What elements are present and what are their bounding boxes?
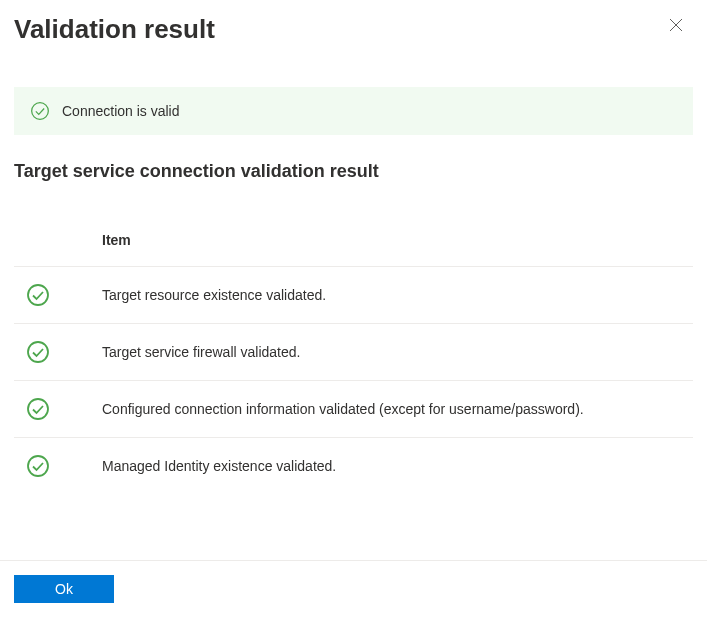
svg-point-2 — [32, 103, 49, 120]
svg-point-5 — [28, 399, 48, 419]
table-row: Target service firewall validated. — [14, 323, 693, 380]
close-button[interactable] — [665, 14, 687, 39]
check-circle-icon — [26, 397, 50, 421]
validation-table: Item Target resource existence validated… — [14, 232, 693, 494]
table-row: Configured connection information valida… — [14, 380, 693, 437]
check-circle-icon — [26, 454, 50, 478]
close-icon — [669, 18, 683, 35]
dialog-footer: Ok — [0, 560, 707, 617]
check-circle-icon — [26, 340, 50, 364]
svg-point-6 — [28, 456, 48, 476]
page-title: Validation result — [14, 14, 215, 45]
section-title: Target service connection validation res… — [14, 161, 707, 182]
table-row: Target resource existence validated. — [14, 266, 693, 323]
row-text: Target resource existence validated. — [102, 287, 326, 303]
row-text: Managed Identity existence validated. — [102, 458, 336, 474]
dialog-header: Validation result — [0, 0, 707, 45]
table-row: Managed Identity existence validated. — [14, 437, 693, 494]
row-text: Configured connection information valida… — [102, 401, 584, 417]
svg-point-3 — [28, 285, 48, 305]
status-text: Connection is valid — [62, 103, 180, 119]
ok-button[interactable]: Ok — [14, 575, 114, 603]
check-circle-icon — [26, 283, 50, 307]
svg-point-4 — [28, 342, 48, 362]
row-text: Target service firewall validated. — [102, 344, 300, 360]
column-header-item: Item — [14, 232, 693, 266]
check-circle-icon — [30, 101, 50, 121]
status-banner: Connection is valid — [14, 87, 693, 135]
